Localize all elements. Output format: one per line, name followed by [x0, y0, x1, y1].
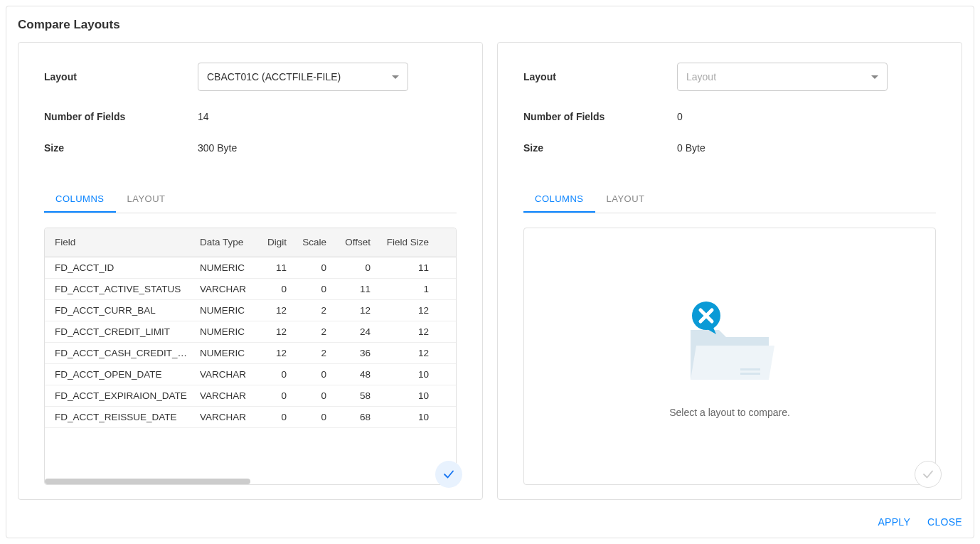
table-cell: 12: [252, 326, 292, 337]
table-body[interactable]: FD_ACCT_IDNUMERIC110011FD_ACCT_ACTIVE_ST…: [45, 257, 456, 484]
col-field: Field: [45, 237, 194, 247]
tab-layout[interactable]: LAYOUT: [116, 186, 177, 213]
left-numfields-row: Number of Fields 14: [44, 111, 457, 122]
right-empty-state: Select a layout to compare.: [523, 228, 936, 485]
table-cell: 0: [332, 262, 376, 273]
table-cell: FD_ACCT_CREDIT_LIMIT: [45, 326, 194, 337]
table-cell: 36: [332, 348, 376, 358]
right-panel: Layout Layout Number of Fields 0 Size 0 …: [497, 42, 962, 500]
table-cell: 12: [332, 305, 376, 316]
table-cell: NUMERIC: [194, 305, 252, 316]
table-cell: VARCHAR: [194, 412, 252, 422]
size-label: Size: [523, 142, 677, 154]
table-cell: 12: [252, 348, 292, 358]
horizontal-scrollbar[interactable]: [45, 479, 250, 484]
layout-label: Layout: [523, 71, 677, 82]
check-icon: [922, 468, 934, 481]
right-tabs: COLUMNS LAYOUT: [523, 186, 936, 213]
chevron-down-icon: [871, 75, 878, 79]
svg-rect-0: [740, 368, 760, 370]
numfields-label: Number of Fields: [523, 111, 677, 122]
table-cell: VARCHAR: [194, 284, 252, 294]
footer-buttons: APPLY CLOSE: [878, 516, 962, 528]
empty-message: Select a layout to compare.: [669, 407, 790, 418]
table-cell: 11: [376, 262, 435, 273]
left-numfields-value: 14: [198, 111, 209, 122]
table-row[interactable]: FD_ACCT_ACTIVE_STATUSVARCHAR00111: [45, 279, 456, 300]
table-cell: NUMERIC: [194, 348, 252, 358]
table-cell: 0: [292, 262, 332, 273]
table-cell: 48: [332, 369, 376, 380]
layout-label: Layout: [44, 71, 198, 82]
table-row[interactable]: FD_ACCT_CREDIT_LIMITNUMERIC1222412: [45, 321, 456, 343]
table-cell: FD_ACCT_ACTIVE_STATUS: [45, 284, 194, 294]
tab-layout[interactable]: LAYOUT: [595, 186, 656, 213]
table-row[interactable]: FD_ACCT_OPEN_DATEVARCHAR004810: [45, 364, 456, 385]
table-cell: FD_ACCT_CASH_CREDIT_LIMIT: [45, 348, 194, 358]
size-label: Size: [44, 142, 198, 154]
table-cell: 0: [292, 284, 332, 294]
table-cell: FD_ACCT_EXPIRAION_DATE: [45, 390, 194, 401]
table-row[interactable]: FD_ACCT_IDNUMERIC110011: [45, 257, 456, 279]
left-layout-select[interactable]: CBACT01C (ACCTFILE-FILE): [198, 63, 408, 91]
table-cell: 58: [332, 390, 376, 401]
table-cell: VARCHAR: [194, 369, 252, 380]
tab-columns[interactable]: COLUMNS: [44, 186, 116, 213]
table-cell: 0: [292, 369, 332, 380]
table-cell: 24: [332, 326, 376, 337]
right-size-value: 0 Byte: [677, 142, 705, 154]
left-size-row: Size 300 Byte: [44, 142, 457, 154]
table-cell: 12: [376, 326, 435, 337]
table-cell: 2: [292, 326, 332, 337]
table-cell: 11: [332, 284, 376, 294]
table-cell: FD_ACCT_CURR_BAL: [45, 305, 194, 316]
close-button[interactable]: CLOSE: [927, 516, 962, 528]
col-digit: Digit: [252, 237, 292, 247]
table-cell: 2: [292, 305, 332, 316]
chevron-down-icon: [392, 75, 399, 79]
left-confirm-button[interactable]: [435, 461, 462, 488]
table-cell: NUMERIC: [194, 326, 252, 337]
table-row[interactable]: FD_ACCT_CURR_BALNUMERIC1221212: [45, 300, 456, 321]
table-cell: 11: [252, 262, 292, 273]
left-table: Field Data Type Digit Scale Offset Field…: [44, 228, 457, 485]
left-layout-row: Layout CBACT01C (ACCTFILE-FILE): [44, 63, 457, 91]
left-layout-value: CBACT01C (ACCTFILE-FILE): [207, 71, 341, 82]
page-title: Compare Layouts: [18, 18, 962, 32]
numfields-label: Number of Fields: [44, 111, 198, 122]
tab-columns[interactable]: COLUMNS: [523, 186, 595, 213]
table-cell: FD_ACCT_REISSUE_DATE: [45, 412, 194, 422]
table-header: Field Data Type Digit Scale Offset Field…: [45, 228, 456, 257]
table-cell: 0: [252, 284, 292, 294]
table-cell: 0: [252, 412, 292, 422]
table-cell: 10: [376, 412, 435, 422]
table-header-row: Field Data Type Digit Scale Offset Field…: [45, 228, 456, 257]
table-cell: 68: [332, 412, 376, 422]
table-cell: 0: [252, 369, 292, 380]
table-cell: 12: [376, 348, 435, 358]
apply-button[interactable]: APPLY: [878, 516, 910, 528]
table-row[interactable]: FD_ACCT_CASH_CREDIT_LIMITNUMERIC1223612: [45, 343, 456, 364]
col-offset: Offset: [332, 237, 376, 247]
col-datatype: Data Type: [194, 237, 252, 247]
table-cell: 10: [376, 369, 435, 380]
left-size-value: 300 Byte: [198, 142, 237, 154]
table-row[interactable]: FD_ACCT_EXPIRAION_DATEVARCHAR005810: [45, 385, 456, 407]
table-cell: NUMERIC: [194, 262, 252, 273]
empty-folder-icon: [676, 294, 783, 387]
right-layout-select[interactable]: Layout: [677, 63, 888, 91]
panels-container: Layout CBACT01C (ACCTFILE-FILE) Number o…: [18, 42, 962, 500]
table-cell: 10: [376, 390, 435, 401]
left-panel: Layout CBACT01C (ACCTFILE-FILE) Number o…: [18, 42, 483, 500]
compare-layouts-dialog: Compare Layouts Layout CBACT01C (ACCTFIL…: [6, 6, 974, 538]
table-cell: 12: [376, 305, 435, 316]
table-cell: FD_ACCT_ID: [45, 262, 194, 273]
right-confirm-button[interactable]: [915, 461, 942, 488]
right-numfields-row: Number of Fields 0: [523, 111, 936, 122]
left-tabs: COLUMNS LAYOUT: [44, 186, 457, 213]
svg-rect-1: [740, 373, 760, 375]
table-cell: 0: [292, 390, 332, 401]
table-row[interactable]: FD_ACCT_REISSUE_DATEVARCHAR006810: [45, 407, 456, 428]
table-cell: 0: [292, 412, 332, 422]
table-cell: 1: [376, 284, 435, 294]
